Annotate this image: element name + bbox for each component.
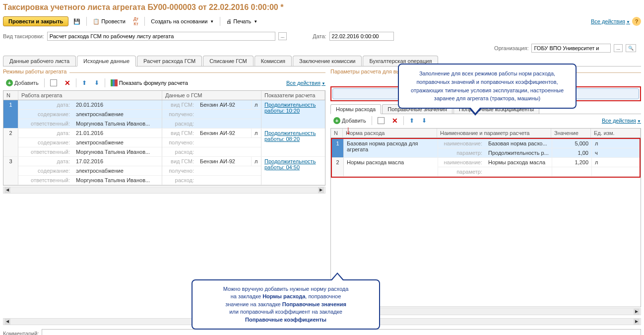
post-button[interactable]: 📋Провести xyxy=(90,17,129,26)
chart-icon xyxy=(111,79,118,86)
separator xyxy=(220,17,220,26)
post-icon: 📋 xyxy=(93,18,100,25)
print-icon: 🖨 xyxy=(226,18,232,24)
col-n[interactable]: N xyxy=(3,91,18,100)
add-mode-button[interactable]: +Добавить xyxy=(3,78,42,87)
tab-source-data[interactable]: Исходные данные xyxy=(77,56,136,67)
col-gsm[interactable]: Данные о ГСМ xyxy=(162,91,261,100)
arrow-down-icon: ⬇ xyxy=(422,117,427,124)
norm-row[interactable]: 1 Базовая норма расхода для агрегата наи… xyxy=(332,139,640,158)
col-value[interactable]: Значение xyxy=(551,129,591,137)
arrow-up-icon: ⬆ xyxy=(82,79,87,86)
row-number: 1 xyxy=(3,100,18,128)
copy-icon xyxy=(378,117,385,124)
delete-icon: ✕ xyxy=(392,117,398,125)
left-all-actions[interactable]: Все действия▼ xyxy=(286,80,325,86)
post-and-close-button[interactable]: Провести и закрыть xyxy=(3,16,68,26)
copy-norm-button[interactable] xyxy=(375,116,387,126)
callout-top: Заполнение для всех режимов работы норм … xyxy=(398,64,577,109)
plus-icon: + xyxy=(333,117,340,124)
dk-icon: ДтКт xyxy=(133,16,138,26)
col-unit[interactable]: Ед. изм. xyxy=(591,129,641,137)
col-work[interactable]: Работа агрегата xyxy=(18,91,162,100)
tab-norms[interactable]: Нормы расхода xyxy=(330,104,381,114)
chevron-down-icon: ▼ xyxy=(210,19,214,24)
indicator-link[interactable]: Продолжительность работы: 10:20 xyxy=(264,102,316,114)
row-number: 1 xyxy=(332,139,344,157)
h-scrollbar[interactable]: ◀▶ xyxy=(3,187,325,194)
print-button[interactable]: 🖨Печать▼ xyxy=(223,17,260,26)
create-on-basis-button[interactable]: Создать на основании▼ xyxy=(148,17,217,26)
row-number: 3 xyxy=(3,157,18,185)
move-up-button[interactable]: ⬆ xyxy=(79,78,90,88)
type-select-button[interactable]: ... xyxy=(278,32,287,40)
chevron-down-icon: ▼ xyxy=(626,20,630,24)
move-down-button[interactable]: ⬇ xyxy=(91,78,102,88)
col-n[interactable]: N xyxy=(331,129,343,137)
org-search-button[interactable]: 🔍 xyxy=(626,44,636,52)
copy-icon xyxy=(50,79,57,86)
org-label: Организация: xyxy=(494,45,528,51)
comment-input[interactable] xyxy=(42,329,641,335)
tab-fuel-writeoff[interactable]: Списание ГСМ xyxy=(203,56,254,66)
mode-row[interactable]: 1 дата:20.01.2016 содержание:электроснаб… xyxy=(3,100,325,129)
chevron-down-icon: ▼ xyxy=(254,19,258,24)
date-input[interactable] xyxy=(329,32,394,41)
norm-down-button[interactable]: ⬇ xyxy=(419,116,430,126)
delete-icon: ✕ xyxy=(64,79,70,87)
norm-row[interactable]: 2 Нормы расхода масла наименование:Нормы… xyxy=(332,158,640,177)
red-arrow-icon: ↓ xyxy=(345,123,351,137)
row-number: 2 xyxy=(3,129,18,156)
save-button[interactable]: 💾 xyxy=(70,17,83,26)
mode-row[interactable]: 3 дата:17.02.2016 содержание:электроснаб… xyxy=(3,157,325,185)
col-name-param[interactable]: Наименование и параметр расчета xyxy=(437,129,551,137)
delete-button[interactable]: ✕ xyxy=(62,77,73,88)
document-title: Таксировка учетного листа агрегата БУ00-… xyxy=(3,3,641,12)
tab-fuel-calc[interactable]: Расчет расхода ГСМ xyxy=(137,56,202,66)
separator xyxy=(144,17,145,26)
comment-label: Комментарий: xyxy=(3,331,39,335)
type-label: Вид таксировки: xyxy=(3,33,44,39)
arrow-down-icon: ⬇ xyxy=(94,79,99,86)
delete-norm-button[interactable]: ✕ xyxy=(389,115,401,126)
tab-conclusion[interactable]: Заключение комиссии xyxy=(293,56,362,66)
right-all-actions[interactable]: Все действия▼ xyxy=(602,118,641,124)
org-select-button[interactable]: ... xyxy=(614,44,623,52)
show-formula-button[interactable]: Показать формулу расчета xyxy=(108,78,191,88)
row-number: 2 xyxy=(332,158,344,176)
save-icon: 💾 xyxy=(73,18,80,25)
separator xyxy=(86,17,87,26)
type-input[interactable] xyxy=(47,32,275,41)
tab-commission[interactable]: Комиссия xyxy=(255,56,292,66)
plus-icon: + xyxy=(6,79,13,86)
modes-grid: N Работа агрегата Данные о ГСМ Показател… xyxy=(3,90,325,186)
arrow-up-icon: ⬆ xyxy=(409,117,414,124)
dk-button[interactable]: ДтКт xyxy=(130,15,141,28)
copy-button[interactable] xyxy=(47,78,60,88)
indicator-link[interactable]: Продолжительность работы: 04:50 xyxy=(264,158,316,170)
tab-worksheet-data[interactable]: Данные рабочего листа xyxy=(3,56,76,66)
help-icon[interactable]: ? xyxy=(632,17,641,26)
date-label: Дата: xyxy=(313,33,326,39)
indicator-link[interactable]: Продолжительность работы: 08:20 xyxy=(264,130,316,142)
main-toolbar: Провести и закрыть 💾 📋Провести ДтКт Созд… xyxy=(3,15,641,28)
norm-up-button[interactable]: ⬆ xyxy=(406,116,417,126)
mode-row[interactable]: 2 дата:21.01.2016 содержание:электроснаб… xyxy=(3,129,325,157)
left-group-title: Режимы работы агрегата xyxy=(3,68,66,74)
callout-bottom: Можно вручную добавить нужные норму расх… xyxy=(192,279,380,330)
all-actions-link[interactable]: Все действия▼ xyxy=(591,18,630,24)
col-norm[interactable]: Норма расхода xyxy=(343,129,437,137)
org-input[interactable] xyxy=(531,44,611,53)
col-indicators[interactable]: Показатели расчета xyxy=(261,91,325,100)
